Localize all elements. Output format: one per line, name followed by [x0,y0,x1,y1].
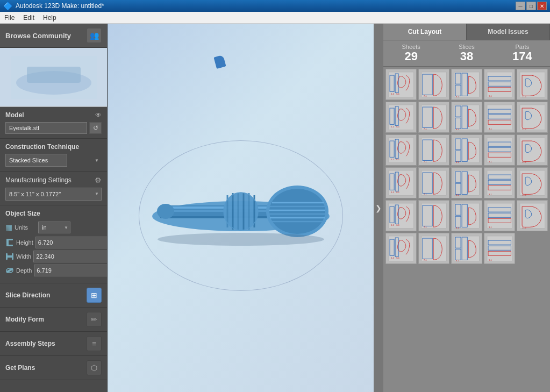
sheet-thumbnail[interactable]: 7-1 [418,233,449,264]
sheet-thumbnail[interactable]: 5-1 6-1 [385,134,417,166]
svg-rect-103 [454,170,479,195]
height-input[interactable] [35,237,108,248]
browse-community-section[interactable]: Browse Community 👥 [0,24,107,48]
height-label: Height [16,239,33,246]
svg-text:9-1: 9-1 [489,95,492,97]
sheet-thumbnail[interactable]: 11-1 [517,200,548,231]
sheet-thumbnail[interactable]: 8-1 [451,233,482,264]
svg-text:8-1: 8-1 [456,161,460,163]
gear-icon[interactable]: ⚙ [95,176,102,184]
sheet-thumbnail[interactable]: 5-1 6-1 [385,167,417,198]
units-select[interactable]: in mm cm ft [38,222,70,233]
svg-point-34 [158,233,324,246]
sheet-thumbnail[interactable]: 5-1 6-1 [385,69,417,100]
construction-technique-label: Construction Technique [5,143,79,151]
sheet-thumbnail[interactable]: 9-1 [484,167,515,198]
browse-community-label: Browse Community [5,32,71,40]
model-filename-row: ↺ [5,122,102,134]
sheet-thumbnail[interactable]: 8-1 [451,200,482,231]
sheet-thumbnail[interactable]: 7-1 [418,134,449,166]
units-label: Units [15,224,36,231]
sheet-thumbnail[interactable]: 5-1 6-1 [385,233,417,264]
sheet-thumbnail[interactable]: 11-1 [517,134,548,166]
sheet-thumbnail[interactable]: 9-1 [484,134,515,166]
get-plans-section[interactable]: Get Plans ⬡ [0,356,107,380]
svg-text:6-1: 6-1 [396,256,400,259]
svg-text:7-1: 7-1 [424,193,427,196]
assembly-steps-label: Assembly Steps [5,340,55,347]
sheet-thumbnail[interactable]: 5-1 6-1 [385,200,417,231]
sheet-thumbnail[interactable]: 5-1 6-1 [385,102,417,133]
svg-rect-128 [487,203,512,228]
width-row: Width ▲ ▼ [5,251,102,262]
svg-text:8-1: 8-1 [456,95,460,98]
sheet-thumbnail[interactable]: 11-1 [517,102,548,133]
sheet-thumbnail[interactable]: 8-1 [451,134,482,166]
browse-community-icon-btn[interactable]: 👥 [87,28,102,43]
construction-technique-section: Construction Technique Stacked Slices In… [0,139,107,172]
minimize-button[interactable]: ─ [516,2,525,10]
get-plans-button[interactable]: ⬡ [87,360,102,375]
maximize-button[interactable]: □ [526,2,536,10]
modify-form-label: Modify Form [5,316,44,323]
sidebar: Browse Community 👥 Model 👁 [0,24,108,392]
assembly-steps-section[interactable]: Assembly Steps ≡ [0,332,107,356]
svg-text:6-1: 6-1 [396,158,400,161]
sheet-thumbnail[interactable]: 9-1 [484,200,515,231]
grid-icon: ⊞ [91,291,97,300]
refresh-model-button[interactable]: ↺ [89,122,102,134]
svg-text:5-1: 5-1 [391,158,395,161]
titlebar-controls: ─ □ ✕ [516,2,547,10]
svg-rect-120 [422,203,446,228]
sheet-thumbnail[interactable]: 7-1 [418,102,449,133]
svg-text:9-1: 9-1 [489,160,492,163]
svg-point-27 [269,189,325,234]
svg-rect-8 [12,253,13,260]
svg-text:9-1: 9-1 [489,193,492,196]
svg-text:8-1: 8-1 [456,259,460,262]
tab-cut-layout[interactable]: Cut Layout [383,24,467,40]
browse-community-area[interactable] [0,48,107,107]
model-svg [149,154,332,262]
sheet-thumbnail[interactable]: 9-1 [484,233,515,264]
slice-direction-button[interactable]: ⊞ [87,288,102,303]
sheet-thumbnail[interactable]: 7-1 [418,200,449,231]
construction-technique-select[interactable]: Stacked Slices Interlocked Slices Curve … [5,154,67,167]
menu-help[interactable]: Help [43,14,56,22]
svg-text:11-1: 11-1 [522,226,527,229]
svg-text:7-1: 7-1 [424,127,427,130]
sheet-thumbnail[interactable]: 11-1 [517,69,548,100]
svg-rect-63 [454,105,479,130]
height-row: Height ▲ ▼ [5,237,102,248]
steps-icon: ≡ [92,339,96,348]
menu-file[interactable]: File [4,14,15,22]
panel-toggle-button[interactable]: ❯ [374,24,383,392]
refresh-icon: ↺ [93,124,98,132]
depth-input[interactable] [34,265,108,276]
sheet-thumbnail[interactable]: 8-1 [451,167,482,198]
sheet-thumbnail[interactable]: 8-1 [451,69,482,100]
width-input[interactable] [33,251,108,262]
sheet-thumbnail[interactable]: 7-1 [418,69,449,100]
sheet-thumbnail[interactable]: 9-1 [484,69,515,100]
assembly-steps-button[interactable]: ≡ [87,336,102,351]
sheet-thumbnail[interactable]: 7-1 [418,167,449,198]
svg-text:8-1: 8-1 [456,194,460,196]
model-filename-input[interactable] [5,122,87,134]
menu-edit[interactable]: Edit [23,14,34,22]
svg-text:7-1: 7-1 [424,160,427,163]
sheet-thumbnail[interactable]: 9-1 [484,102,515,133]
svg-text:7-1: 7-1 [424,95,427,97]
units-row: ▦ Units in mm cm ft [5,222,102,233]
sheet-thumbnail[interactable]: 8-1 [451,102,482,133]
svg-text:11-1: 11-1 [522,194,527,196]
sheet-thumbnail[interactable]: 11-1 [517,167,548,198]
tab-model-issues[interactable]: Model Issues [467,24,550,40]
close-button[interactable]: ✕ [537,2,547,10]
modify-form-section[interactable]: Modify Form ✏ [0,308,107,332]
modify-form-button[interactable]: ✏ [87,312,102,327]
viewport[interactable] [108,24,374,392]
manufacturing-settings-select[interactable]: 8.5" x 11" x 0.1772" [5,188,102,201]
svg-text:9-1: 9-1 [489,226,492,229]
slice-direction-section[interactable]: Slice Direction ⊞ [0,283,107,308]
